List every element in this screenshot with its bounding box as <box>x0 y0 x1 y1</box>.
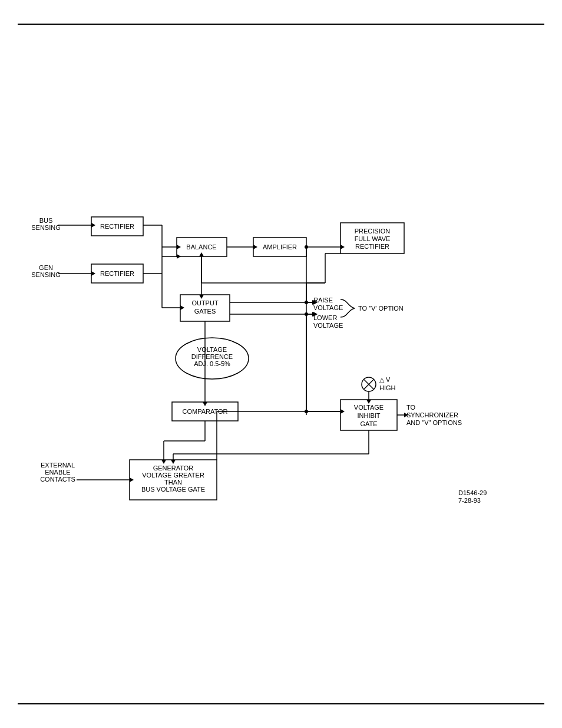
svg-text:VOLTAGE: VOLTAGE <box>313 322 343 329</box>
svg-text:SENSING: SENSING <box>31 271 61 278</box>
svg-text:CONTACTS: CONTACTS <box>40 476 75 483</box>
svg-text:GATE: GATE <box>360 420 377 427</box>
svg-text:HIGH: HIGH <box>379 384 396 391</box>
svg-text:OUTPUT: OUTPUT <box>191 299 219 307</box>
svg-text:RECTIFIER: RECTIFIER <box>100 270 134 277</box>
svg-text:LOWER: LOWER <box>313 314 337 321</box>
svg-text:DIFFERENCE: DIFFERENCE <box>191 353 233 360</box>
svg-text:VOLTAGE: VOLTAGE <box>313 304 343 311</box>
top-border <box>18 24 544 25</box>
svg-text:GEN: GEN <box>39 264 53 271</box>
svg-text:INHIBIT: INHIBIT <box>357 412 380 419</box>
svg-text:ENABLE: ENABLE <box>45 469 70 476</box>
svg-text:7-28-93: 7-28-93 <box>458 497 481 504</box>
svg-text:VOLTAGE GREATER: VOLTAGE GREATER <box>142 472 204 479</box>
svg-text:△ V: △ V <box>379 376 391 383</box>
svg-text:FULL WAVE: FULL WAVE <box>355 235 391 242</box>
svg-text:AMPLIFIER: AMPLIFIER <box>263 243 297 251</box>
svg-text:RECTIFIER: RECTIFIER <box>355 243 389 250</box>
svg-text:THAN: THAN <box>164 479 182 486</box>
bottom-border <box>18 703 544 704</box>
svg-text:RECTIFIER: RECTIFIER <box>100 223 134 230</box>
svg-text:EXTERNAL: EXTERNAL <box>41 462 75 469</box>
svg-text:BALANCE: BALANCE <box>186 243 216 251</box>
svg-point-90 <box>305 245 308 249</box>
svg-text:SYNCHRONIZER: SYNCHRONIZER <box>406 411 458 419</box>
svg-text:PRECISION: PRECISION <box>355 228 391 235</box>
svg-text:SENSING: SENSING <box>31 224 61 231</box>
svg-text:D1546-29: D1546-29 <box>458 489 487 496</box>
svg-text:BUS VOLTAGE GATE: BUS VOLTAGE GATE <box>141 486 205 493</box>
svg-text:AND "V" OPTIONS: AND "V" OPTIONS <box>406 419 462 426</box>
svg-text:GATES: GATES <box>194 308 216 315</box>
svg-text:TO: TO <box>406 404 416 411</box>
svg-text:ADJ. 0.5-5%: ADJ. 0.5-5% <box>194 360 230 367</box>
svg-point-95 <box>305 301 308 304</box>
svg-text:GENERATOR: GENERATOR <box>153 465 194 472</box>
svg-text:TO "V' OPTION: TO "V' OPTION <box>358 305 404 312</box>
svg-point-115 <box>305 410 308 413</box>
diagram-container: RECTIFIER RECTIFIER BALANCE AMPLIFIER PR… <box>18 35 544 693</box>
svg-text:VOLTAGE: VOLTAGE <box>197 346 227 353</box>
svg-text:BUS: BUS <box>39 217 53 224</box>
svg-text:VOLTAGE: VOLTAGE <box>354 404 384 411</box>
